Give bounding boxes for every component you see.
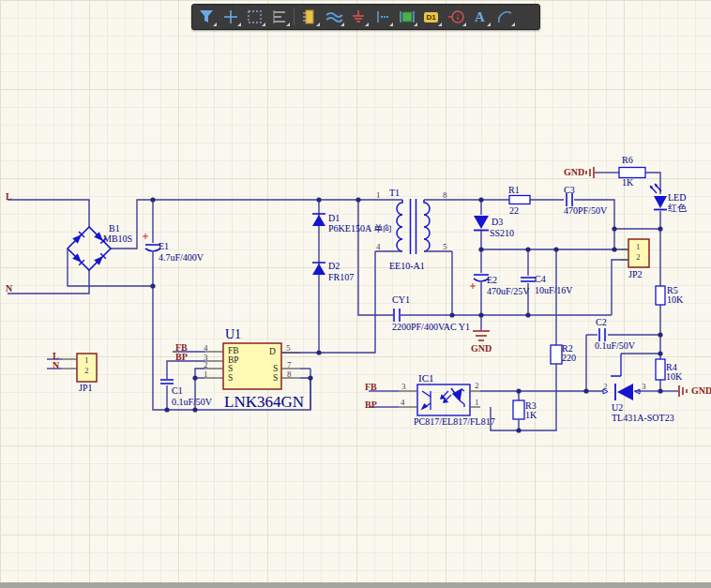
resistor-r5[interactable] (656, 286, 665, 305)
u1-designator[interactable]: U1 (225, 328, 241, 341)
r1-value[interactable]: 22 (509, 206, 519, 216)
t1-pin8: 8 (443, 191, 447, 200)
u1-pin4: 4 (204, 344, 208, 353)
wire-line-input[interactable] (8, 200, 89, 294)
capacitor-c3[interactable] (567, 193, 572, 206)
net-label-bp-ic1[interactable]: BP (365, 400, 377, 410)
jp1-designator[interactable]: JP1 (79, 384, 92, 393)
optocoupler-ic1[interactable] (399, 384, 480, 415)
u1-pinname-s1: S (228, 374, 233, 384)
cy1-designator[interactable]: CY1 (392, 295, 410, 305)
c2-designator[interactable]: C2 (596, 318, 607, 327)
capacitor-c4[interactable] (521, 249, 536, 315)
diode-d3[interactable] (474, 216, 489, 231)
c2-value[interactable]: 0.1uF/50V (595, 341, 635, 351)
toolbar-separator (294, 8, 295, 25)
earth-gnd-label[interactable]: GND (471, 344, 492, 354)
schematic-editor-canvas[interactable]: L N B1 MB10S E1 4.7uF/400V D1 P6KE150A 单… (0, 0, 711, 588)
t1-pin1: 1 (376, 191, 381, 200)
jp2-designator[interactable]: JP2 (628, 270, 642, 279)
jp2-pin1: 1 (636, 243, 641, 251)
gnd-right-label[interactable]: GND (691, 386, 711, 396)
c1-value[interactable]: 0.1uF/50V (172, 398, 212, 407)
b1-value[interactable]: MB10S (103, 234, 132, 244)
connector-jp2[interactable] (621, 239, 649, 267)
place-part-icon[interactable] (297, 7, 321, 27)
diode-d1[interactable] (312, 200, 325, 353)
text-tool-label: A (475, 9, 485, 25)
capacitor-e2[interactable] (470, 249, 489, 315)
align-icon[interactable] (267, 7, 291, 27)
c4-designator[interactable]: C4 (535, 275, 546, 284)
r3-value[interactable]: 1K (525, 411, 537, 420)
e1-designator[interactable]: E1 (159, 242, 169, 251)
place-wire-icon[interactable] (322, 7, 345, 27)
c4-value[interactable]: 10uF/16V (535, 286, 573, 295)
diode-d2[interactable] (312, 263, 325, 275)
place-text-icon[interactable]: A (468, 7, 492, 27)
net-label-fb-ic1[interactable]: FB (365, 383, 377, 392)
r2-value[interactable]: 220 (562, 354, 576, 363)
u1-pin2: 2 (204, 361, 208, 369)
jp1-net-n[interactable]: N (53, 361, 59, 370)
gnd-top-label[interactable]: GND (564, 168, 584, 177)
r4-value[interactable]: 10K (666, 372, 682, 382)
u1-value[interactable]: LNK364GN (224, 394, 304, 410)
net-label-n[interactable]: N (6, 284, 12, 294)
ic1-value[interactable]: PC817/EL817/FL817 (414, 417, 495, 427)
d2-value[interactable]: FR107 (328, 273, 354, 282)
d3-value[interactable]: SS210 (490, 229, 514, 238)
d3-designator[interactable]: D3 (492, 218, 503, 227)
d1-value[interactable]: P6KE150A 单向 (328, 224, 392, 234)
resistor-r4[interactable] (656, 359, 665, 380)
led-indicator[interactable] (650, 184, 667, 210)
resistor-r3[interactable] (513, 391, 524, 430)
t1-pin5: 5 (443, 243, 447, 251)
u2-designator[interactable]: U2 (612, 403, 623, 413)
u2-value[interactable]: TL431A-SOT23 (612, 414, 674, 423)
c3-designator[interactable]: C3 (564, 186, 575, 195)
r1-designator[interactable]: R1 (508, 186, 520, 195)
net-label-l[interactable]: L (6, 192, 12, 202)
place-ground-icon[interactable] (346, 7, 370, 27)
move-crosshair-icon[interactable] (219, 7, 242, 27)
designator-tag-label: D1 (424, 12, 437, 23)
info-icon[interactable] (444, 7, 467, 27)
r6-designator[interactable]: R6 (622, 156, 633, 165)
place-ic-icon[interactable] (395, 7, 418, 27)
resistor-r1[interactable] (509, 196, 530, 204)
gnd-power-port-top[interactable] (586, 167, 619, 178)
filter-icon[interactable] (194, 7, 218, 27)
led-value[interactable]: 红色 (668, 204, 687, 213)
place-power-port-icon[interactable] (371, 7, 394, 27)
t1-value[interactable]: EE10-A1 (389, 262, 425, 271)
e2-designator[interactable]: E2 (487, 276, 497, 285)
gnd-power-port-right[interactable] (679, 385, 687, 397)
r5-value[interactable]: 10K (667, 295, 683, 305)
e1-value[interactable]: 4.7uF/400V (159, 253, 204, 263)
c1-designator[interactable]: C1 (172, 386, 183, 396)
shunt-regulator-u2[interactable] (603, 354, 640, 400)
designator-icon[interactable]: D1 (419, 7, 443, 27)
capacitor-c1[interactable] (160, 380, 174, 384)
earth-ground-icon[interactable] (473, 331, 490, 340)
capacitor-c2[interactable] (599, 328, 605, 341)
e2-value[interactable]: 470uF/25V (487, 287, 530, 296)
cy1-value[interactable]: 2200PF/400VAC Y1 (392, 323, 470, 332)
ic1-designator[interactable]: IC1 (418, 373, 434, 384)
resistor-r6[interactable] (619, 168, 645, 178)
d2-designator[interactable]: D2 (328, 262, 340, 271)
t1-designator[interactable]: T1 (389, 188, 400, 198)
selection-box-icon[interactable] (243, 7, 266, 27)
u1-pin7: 7 (287, 361, 292, 369)
place-arc-icon[interactable] (492, 7, 516, 27)
led-designator[interactable]: LED (668, 193, 686, 203)
b1-designator[interactable]: B1 (109, 224, 120, 234)
net-label-bp-u1[interactable]: BP (175, 353, 188, 362)
u1-pinname-d: D (269, 348, 276, 357)
wire-secondary-top[interactable] (431, 200, 660, 249)
u2-pin2: 2 (603, 383, 608, 391)
c3-value[interactable]: 470PF/50V (564, 206, 607, 216)
r6-value[interactable]: 1K (622, 178, 633, 188)
d1-designator[interactable]: D1 (328, 214, 340, 223)
